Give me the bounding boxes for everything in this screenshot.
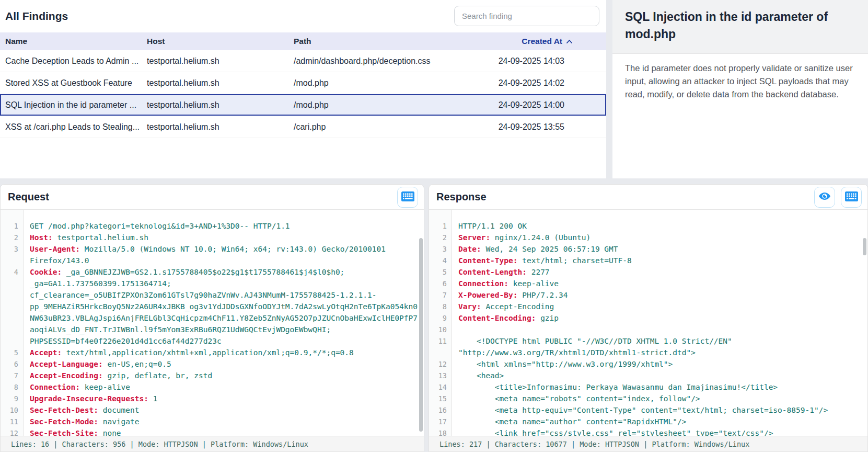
findings-table-header: Name Host Path Created At: [0, 32, 606, 50]
header-key: Accept-Language:: [30, 360, 103, 368]
line-number: 12: [1, 427, 24, 436]
code-line: 16 <meta http-equiv="Content-Type" conte…: [429, 404, 867, 416]
keyboard-button[interactable]: [841, 187, 862, 208]
code-line: 4Cookie: _ga_GBNNEJZJWB=GS2.1.s175578840…: [1, 266, 424, 347]
header-value: keep-alive: [508, 279, 559, 288]
code-text: GET /mod.php?kategori=teknologi&id=3+AND…: [30, 222, 290, 230]
header-value: Wed, 24 Sep 2025 06:57:19 GMT: [481, 245, 618, 253]
code-line: 17 <meta name="author" content="RapidxHT…: [429, 416, 867, 427]
column-header-created-at[interactable]: Created At: [476, 37, 606, 46]
code-line: 4Content-Type: text/html; charset=UTF-8: [429, 255, 867, 266]
header-value: 1: [148, 394, 157, 403]
line-number: 15: [429, 393, 452, 404]
line-number: 14: [429, 381, 452, 393]
header-key: Sec-Fetch-Dest:: [30, 406, 98, 414]
column-header-created-at-label: Created At: [522, 37, 562, 46]
header-key: User-Agent:: [30, 245, 80, 253]
code-text: [458, 325, 463, 334]
column-header-path[interactable]: Path: [294, 37, 476, 46]
response-status-bar: Lines: 217 | Characters: 10677 | Mode: H…: [429, 436, 867, 451]
header-key: Host:: [30, 233, 53, 242]
header-value: gzip: [536, 314, 559, 322]
request-scrollbar-thumb[interactable]: [419, 238, 423, 432]
finding-row[interactable]: XSS at /cari.php Leads to Stealing...tes…: [0, 116, 606, 138]
line-number: 9: [1, 393, 24, 404]
header-value: _ga_GBNNEJZJWB=GS2.1.s1755788405$o22$g1$…: [30, 268, 418, 345]
request-status-bar: Lines: 16 | Characters: 956 | Mode: HTTP…: [1, 436, 424, 451]
finding-row[interactable]: Cache Deception Leads to Admin ...testpo…: [0, 50, 606, 72]
finding-path-cell: /mod.php: [294, 100, 476, 110]
line-number: 3: [429, 243, 452, 255]
line-number: 5: [429, 266, 452, 278]
line-number: 10: [429, 324, 452, 335]
finding-detail-description: The id parameter does not properly valid…: [612, 54, 868, 101]
preview-button[interactable]: [814, 187, 835, 208]
column-header-host[interactable]: Host: [147, 37, 294, 46]
code-text: HTTP/1.1 200 OK: [458, 222, 527, 230]
line-number: 13: [429, 370, 452, 381]
finding-name-cell: XSS at /cari.php Leads to Stealing...: [0, 122, 147, 132]
header-value: testportal.helium.sh: [53, 233, 148, 242]
code-text: <head>: [458, 371, 504, 380]
line-number: 3: [1, 243, 24, 266]
header-value: Mozilla/5.0 (Windows NT 10.0; Win64; x64…: [30, 245, 390, 265]
finding-host-cell: testportal.helium.sh: [147, 78, 294, 88]
line-number: 10: [1, 404, 24, 416]
header-value: document: [98, 406, 140, 414]
code-line: 14 <title>Informasimu: Perkaya Wawasanmu…: [429, 381, 867, 393]
code-text: <html xmlns="http://www.w3.org/1999/xhtm…: [458, 360, 673, 368]
response-title: Response: [436, 191, 487, 203]
code-text: <link href="css/style.css" rel="styleshe…: [458, 429, 773, 436]
finding-row[interactable]: Stored XSS at Guestbook Featuretestporta…: [0, 72, 606, 94]
finding-detail-panel: SQL Injection in the id parameter of mod…: [612, 0, 868, 178]
finding-path-cell: /cari.php: [294, 122, 476, 132]
line-number: 8: [429, 301, 452, 312]
line-number: 6: [429, 278, 452, 289]
code-line: 12 <html xmlns="http://www.w3.org/1999/x…: [429, 358, 867, 370]
code-text: <meta name="robots" content="index, foll…: [458, 394, 700, 403]
findings-panel: All Findings Name Host Path Created At C…: [0, 0, 606, 178]
line-number: 7: [429, 289, 452, 301]
finding-host-cell: testportal.helium.sh: [147, 100, 294, 110]
line-number: 4: [429, 255, 452, 266]
request-code-area[interactable]: 1GET /mod.php?kategori=teknologi&id=3+AN…: [1, 210, 424, 436]
line-number: 1: [429, 220, 452, 232]
response-scrollbar-thumb[interactable]: [863, 238, 866, 255]
code-line: 8Vary: Accept-Encoding: [429, 301, 867, 312]
code-line: 5Accept: text/html,application/xhtml+xml…: [1, 347, 424, 358]
code-text: <meta http-equiv="Content-Type" content=…: [458, 406, 828, 414]
finding-created-cell: 24-09-2025 13:55: [476, 122, 606, 132]
header-value: nginx/1.24.0 (Ubuntu): [490, 233, 591, 242]
code-line: 8Connection: keep-alive: [1, 381, 424, 393]
line-number: 17: [429, 416, 452, 427]
code-line: 1HTTP/1.1 200 OK: [429, 220, 867, 232]
header-key: Content-Encoding:: [458, 314, 536, 322]
header-key: Upgrade-Insecure-Requests:: [30, 394, 148, 403]
header-key: Date:: [458, 245, 481, 253]
code-line: 18 <link href="css/style.css" rel="style…: [429, 427, 867, 436]
request-panel: Request 1GET /mod.php?kategori=teknologi…: [0, 184, 424, 452]
search-finding-input[interactable]: [454, 6, 599, 26]
header-value: PHP/7.2.34: [518, 291, 568, 299]
header-value: Accept-Encoding: [481, 302, 554, 311]
response-code-area[interactable]: 1HTTP/1.1 200 OK2Server: nginx/1.24.0 (U…: [429, 210, 867, 436]
finding-row[interactable]: SQL Injection in the id parameter ...tes…: [0, 94, 606, 116]
column-header-name[interactable]: Name: [0, 37, 147, 46]
line-number: 8: [1, 381, 24, 393]
header-value: none: [98, 429, 121, 436]
header-key: Vary:: [458, 302, 481, 311]
finding-created-cell: 24-09-2025 14:03: [476, 56, 606, 66]
header-key: Cookie:: [30, 268, 62, 276]
header-value: keep-alive: [80, 383, 130, 391]
keyboard-button[interactable]: [397, 187, 418, 208]
line-number: 11: [1, 416, 24, 427]
finding-detail-title: SQL Injection in the id parameter of mod…: [612, 0, 868, 54]
header-value: gzip, deflate, br, zstd: [103, 371, 213, 380]
header-value: en-US,en;q=0.5: [103, 360, 171, 368]
keyboard-icon: [845, 191, 858, 203]
line-number: 16: [429, 404, 452, 416]
line-number: 1: [1, 220, 24, 232]
keyboard-icon: [401, 191, 414, 203]
code-line: 10Sec-Fetch-Dest: document: [1, 404, 424, 416]
code-line: 10: [429, 324, 867, 335]
